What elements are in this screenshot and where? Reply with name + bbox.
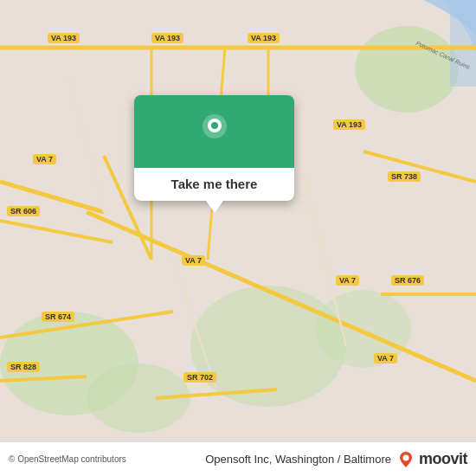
road-label-sr676: SR 676 [391, 275, 424, 286]
popup-tail [206, 201, 223, 213]
road-label-sr828: SR 828 [7, 362, 40, 372]
road-label-sr738: SR 738 [388, 171, 421, 182]
road-label-sr702: SR 702 [183, 372, 216, 383]
bottom-bar: © OpenStreetMap contributors Opensoft In… [0, 441, 476, 476]
location-label: Opensoft Inc, Washington / Baltimore [205, 453, 391, 466]
bottom-bar-right: Opensoft Inc, Washington / Baltimore moo… [205, 450, 467, 469]
map-container: Potomac Canal Ruins VA 193 VA 193 VA 193… [0, 0, 476, 476]
moovit-brand-text: moovit [419, 450, 467, 468]
moovit-logo: moovit [396, 450, 467, 469]
road-label-va7-left: VA 7 [33, 154, 56, 164]
road-label-sr606: SR 606 [7, 206, 40, 216]
road-label-sr674: SR 674 [42, 312, 74, 322]
svg-line-19 [69, 78, 104, 212]
svg-line-9 [0, 221, 113, 242]
attribution-text: © OpenStreetMap contributors [9, 454, 126, 464]
road-label-va193-right: VA 193 [333, 119, 365, 130]
moovit-pin-icon [396, 450, 415, 469]
road-label-va7-bottom: VA 7 [374, 353, 397, 363]
popup-card[interactable]: Take me there [134, 95, 294, 201]
road-label-va7-mid: VA 7 [182, 255, 205, 266]
take-me-there-label: Take me there [171, 177, 258, 191]
road-label-va193-2: VA 193 [151, 33, 183, 43]
location-pin-icon [196, 111, 234, 149]
road-label-va193-3: VA 193 [248, 33, 280, 43]
svg-rect-5 [450, 0, 476, 87]
svg-point-25 [402, 454, 408, 460]
map-svg [0, 0, 476, 441]
road-label-va7-right: VA 7 [336, 275, 359, 286]
popup-card-bottom: Take me there [134, 168, 294, 201]
road-label-va193-1: VA 193 [48, 33, 80, 43]
svg-point-0 [355, 26, 459, 113]
